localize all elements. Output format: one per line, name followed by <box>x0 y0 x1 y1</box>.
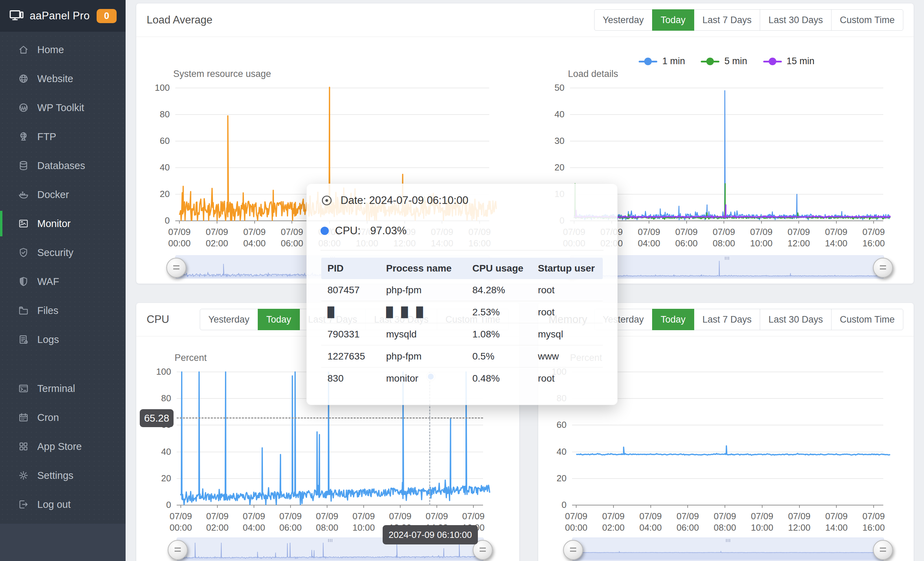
sidebar-item-log-out[interactable]: Log out <box>0 490 126 519</box>
table-cell: root <box>532 301 603 323</box>
sidebar-item-home[interactable]: Home <box>0 35 126 64</box>
sidebar-item-label: WAF <box>37 276 59 287</box>
legend-item-5-min[interactable]: 5 min <box>701 56 747 67</box>
x-axis-tick <box>873 505 874 508</box>
sidebar-item-docker[interactable]: Docker <box>0 180 126 209</box>
x-axis-tick <box>687 505 688 508</box>
target-icon <box>321 194 333 207</box>
sidebar: aaPanel Pro 0 HomeWebsiteWP ToolkitFTPDa… <box>0 0 126 561</box>
x-axis-tick <box>217 221 218 224</box>
sidebar-item-wp-toolkit[interactable]: WP Toolkit <box>0 93 126 122</box>
sidebar-item-website[interactable]: Website <box>0 64 126 93</box>
time-range-last-7-days[interactable]: Last 7 Days <box>694 9 760 31</box>
chart-title: System resource usage <box>173 69 271 80</box>
time-range-yesterday[interactable]: Yesterday <box>200 309 258 330</box>
table-cell: 830 <box>321 368 380 390</box>
time-range-last-30-days[interactable]: Last 30 Days <box>760 9 831 31</box>
table-cell: www <box>532 345 603 368</box>
y-axis-label: 20 <box>539 473 567 484</box>
time-range-today[interactable]: Today <box>652 9 694 31</box>
table-cell: 0.48% <box>466 368 532 390</box>
sidebar-item-label: Docker <box>37 189 69 201</box>
datazoom-grip[interactable] <box>725 257 729 260</box>
time-range-last-7-days[interactable]: Last 7 Days <box>694 309 760 330</box>
time-range-today[interactable]: Today <box>652 309 694 330</box>
time-range-last-30-days[interactable]: Last 30 Days <box>760 309 831 330</box>
y-axis-label: 100 <box>144 366 171 377</box>
x-axis-tick <box>686 221 687 224</box>
y-axis-label: 20 <box>537 162 564 173</box>
tooltip-date-text: Date: 2024-07-09 06:10:00 <box>340 194 468 207</box>
table-row[interactable]: 830monitor0.48%root <box>321 368 603 390</box>
datazoom-slider-memory[interactable] <box>572 537 884 561</box>
datazoom-handle-right[interactable] <box>873 540 893 560</box>
sidebar-item-ftp[interactable]: FTP <box>0 122 126 151</box>
table-cell: 1.08% <box>466 323 532 345</box>
sidebar-item-files[interactable]: Files <box>0 296 126 325</box>
y-axis-label: 100 <box>142 82 170 93</box>
docker-icon <box>18 189 29 200</box>
table-row[interactable]: ██ █ █2.53%root <box>321 301 603 323</box>
time-range-custom-time[interactable]: Custom Time <box>831 9 903 31</box>
sidebar-item-label: Databases <box>37 160 85 171</box>
sidebar-item-databases[interactable]: Databases <box>0 151 126 180</box>
ftp-icon <box>18 131 29 142</box>
sidebar-item-label: WP Toolkit <box>37 102 84 114</box>
sidebar-item-terminal[interactable]: Terminal <box>0 374 126 403</box>
table-cell: root <box>532 279 603 301</box>
x-axis-tick <box>254 505 254 508</box>
sidebar-item-settings[interactable]: Settings <box>0 461 126 490</box>
datazoom-mini-chart <box>572 552 883 553</box>
legend-marker-icon <box>701 58 719 65</box>
datazoom-handle-left[interactable] <box>166 258 186 278</box>
series-color-dot <box>321 226 329 235</box>
x-axis-tick <box>576 505 576 508</box>
y-axis-label: 60 <box>539 420 567 430</box>
table-row[interactable]: 807457php-fpm84.28%root <box>321 279 603 301</box>
datazoom-handle-left[interactable] <box>168 540 188 560</box>
table-cell: 84.28% <box>466 279 532 301</box>
y-axis-label: 20 <box>144 473 171 484</box>
table-cell: 1227635 <box>321 345 380 368</box>
notification-badge[interactable]: 0 <box>97 9 117 23</box>
process-table-header-cpu-usage: CPU usage <box>466 258 532 279</box>
datazoom-grip[interactable] <box>726 539 730 542</box>
table-row[interactable]: 1227635php-fpm0.5%www <box>321 345 603 368</box>
sidebar-item-waf[interactable]: WAF <box>0 267 126 296</box>
x-axis-tick <box>179 221 180 224</box>
table-row[interactable]: 790331mysqld1.08%mysql <box>321 323 603 345</box>
legend-item-1-min[interactable]: 1 min <box>639 56 685 67</box>
sidebar-item-label: FTP <box>37 131 56 142</box>
y-axis-label: 80 <box>142 109 170 120</box>
time-range-custom-time[interactable]: Custom Time <box>831 309 903 330</box>
datazoom-handle-right[interactable] <box>873 258 893 278</box>
chart-memory-percent[interactable]: Percent02040608010007/09 00:0007/09 02:0… <box>572 372 883 505</box>
time-range-today[interactable]: Today <box>258 309 300 330</box>
time-range-yesterday[interactable]: Yesterday <box>594 9 652 31</box>
sidebar-item-app-store[interactable]: App Store <box>0 432 126 461</box>
table-cell: █ █ █ <box>380 301 466 323</box>
sidebar-item-logs[interactable]: Logs <box>0 325 126 354</box>
datazoom-grip[interactable] <box>328 539 332 542</box>
time-range-group-load: YesterdayTodayLast 7 DaysLast 30 DaysCus… <box>594 9 903 31</box>
y-axis-label: 40 <box>142 162 170 173</box>
sidebar-item-label: Website <box>37 73 73 84</box>
datazoom-handle-left[interactable] <box>563 540 583 560</box>
y-axis-label: 40 <box>539 447 567 457</box>
load-average-header: Load Average YesterdayTodayLast 7 DaysLa… <box>136 3 914 37</box>
table-cell: root <box>532 368 603 390</box>
tooltip-series-value: 97.03% <box>370 225 406 237</box>
x-axis-tick <box>762 505 762 508</box>
legend-label: 1 min <box>662 56 685 67</box>
y-axis-label: 20 <box>142 189 170 200</box>
legend-item-15-min[interactable]: 15 min <box>763 56 814 67</box>
crosshair-x-value-badge: 2024-07-09 06:10:00 <box>382 525 478 544</box>
time-range-group-memory: YesterdayTodayLast 7 DaysLast 30 DaysCus… <box>594 309 903 330</box>
sidebar-item-security[interactable]: Security <box>0 238 126 267</box>
sidebar-item-cron[interactable]: Cron <box>0 403 126 432</box>
table-cell: 807457 <box>321 279 380 301</box>
sidebar-item-monitor[interactable]: Monitor <box>0 209 126 238</box>
y-axis-label: 40 <box>144 447 171 457</box>
y-axis-label: 60 <box>142 136 170 146</box>
grid-icon <box>18 441 29 452</box>
